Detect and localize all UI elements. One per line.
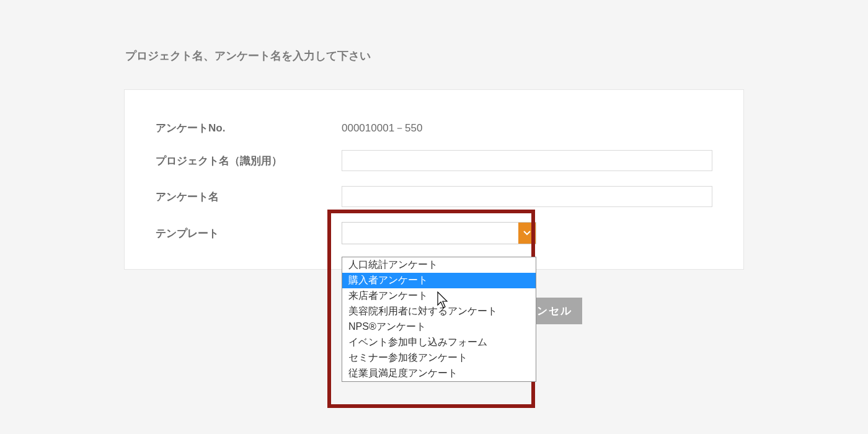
row-survey-no: アンケートNo. 000010001－550 [156, 121, 712, 135]
template-option[interactable]: イベント参加申し込みフォーム [342, 335, 536, 350]
template-select[interactable] [342, 222, 536, 244]
page-title: プロジェクト名、アンケート名を入力して下さい [125, 48, 744, 63]
field-survey-name-wrap [342, 186, 712, 207]
template-option[interactable]: 購入者アンケート [342, 273, 536, 288]
chevron-down-icon [518, 223, 536, 244]
template-option[interactable]: セミナー参加後アンケート [342, 350, 536, 366]
row-survey-name: アンケート名 [156, 186, 712, 207]
label-template: テンプレート [156, 226, 342, 241]
project-name-input[interactable] [342, 150, 712, 171]
field-project-name-wrap [342, 150, 712, 171]
label-project-name: プロジェクト名（識別用） [156, 154, 342, 168]
row-template: テンプレート 人口統計アンケート購入者アンケート来店者アンケート美容院利用者に対… [156, 222, 712, 244]
label-survey-name: アンケート名 [156, 190, 342, 204]
template-option[interactable]: 来店者アンケート [342, 288, 536, 304]
template-select-wrap: 人口統計アンケート購入者アンケート来店者アンケート美容院利用者に対するアンケート… [342, 222, 536, 244]
row-project-name: プロジェクト名（識別用） [156, 150, 712, 171]
template-option[interactable]: 人口統計アンケート [342, 257, 536, 273]
template-option[interactable]: 美容院利用者に対するアンケート [342, 304, 536, 319]
survey-name-input[interactable] [342, 186, 712, 207]
value-survey-no: 000010001－550 [342, 121, 712, 135]
form-container: プロジェクト名、アンケート名を入力して下さい アンケートNo. 00001000… [124, 0, 744, 270]
label-survey-no: アンケートNo. [156, 121, 342, 135]
template-option[interactable]: 従業員満足度アンケート [342, 366, 536, 381]
template-dropdown[interactable]: 人口統計アンケート購入者アンケート来店者アンケート美容院利用者に対するアンケート… [342, 257, 536, 382]
template-option[interactable]: NPS®アンケート [342, 319, 536, 335]
form-box: アンケートNo. 000010001－550 プロジェクト名（識別用） アンケー… [124, 89, 744, 270]
